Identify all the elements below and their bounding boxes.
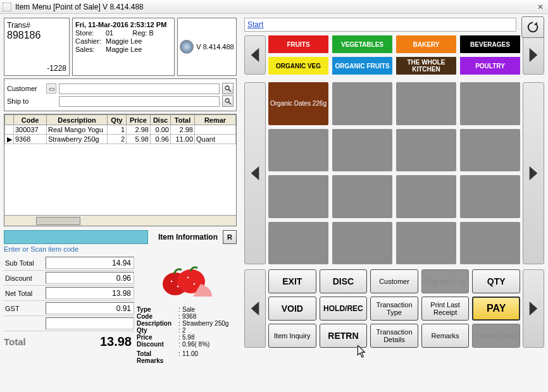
category-prev-button[interactable] [244,35,266,75]
category-organic-veg[interactable]: ORGANIC VEG [268,57,328,75]
breadcrumb-start[interactable]: Start [247,20,263,29]
function-next-button[interactable] [523,269,544,348]
trans-label: Trans# [7,21,66,30]
printlast-button[interactable]: Print Last Receipt [421,297,470,321]
col-qty[interactable]: Qty [108,115,127,125]
sales-label: Sales: [75,46,106,53]
iteminq-button[interactable]: Item Inquiry [268,324,316,348]
category-organic-fruits[interactable]: ORGANIC FRUITS [332,57,392,75]
col-disc[interactable]: Disc [151,115,171,125]
ii-type-label: Type [137,306,178,313]
nettotal-label: Net Total [4,290,46,297]
remarks-button[interactable]: Remarks [421,324,470,348]
svg-line-3 [229,102,232,105]
close-icon[interactable]: ✕ [535,2,545,12]
col-remarks[interactable]: Remar [195,115,236,125]
transaction-box: Trans# 898186 -1228 [4,18,70,76]
col-desc[interactable]: Description [47,115,108,125]
category-next-button[interactable] [523,35,544,75]
svg-point-0 [225,86,229,90]
grid-scrollbar[interactable] [4,215,236,226]
ii-qty: 2 [182,327,186,334]
table-row[interactable]: 300037Real Mango Yogu12.980.002.98 [5,125,236,135]
reg-label: Reg: [132,29,147,37]
product-next-button[interactable] [523,82,544,264]
product-cell [460,175,520,218]
shipto-search-button[interactable] [222,95,234,107]
svg-point-9 [194,283,196,285]
pay-button[interactable]: PAY [472,297,520,321]
customer-button[interactable]: Customer [370,269,418,293]
product-cell [396,82,456,125]
discount-value: 0.96 [46,272,134,284]
void-button[interactable]: VOID [268,297,316,321]
trans-balance: -1228 [47,64,66,73]
product-cell [460,82,520,125]
svg-point-6 [171,281,173,283]
line-items-grid[interactable]: Code Description Qty Price Disc Total Re… [4,114,237,226]
discount-label: Discount [4,274,46,282]
transtype-button[interactable]: Transaction Type [370,297,418,321]
col-code[interactable]: Code [14,115,47,125]
grand-value: 13.98 [46,334,134,349]
svg-point-7 [177,286,179,288]
sales-value: Maggie Lee [106,46,142,53]
product-organic-dates-226g[interactable]: Organic Dates 226g [268,82,328,125]
item-info-heading: Item Information [151,233,220,242]
cashier-label: Cashier: [75,37,106,45]
window-title: Item Menu [Point of Sale] V 8.414.488 [15,3,144,11]
disc-button[interactable]: DISC [320,269,368,293]
subtotal-label: Sub Total [4,259,46,267]
col-price[interactable]: Price [127,115,151,125]
ii-price: 5.98 [182,334,194,341]
ii-type: Sale [182,306,195,313]
retrn-button[interactable]: RETRN [320,324,368,348]
category-vegetables[interactable]: VEGETABLES [332,35,392,53]
product-cell [332,129,392,172]
exit-button[interactable]: EXIT [268,269,316,293]
shipto-input[interactable] [59,96,220,107]
version-text: V 8.414.488 [196,43,234,51]
category-beverages[interactable]: BEVERAGES [460,35,520,53]
refresh-button[interactable] [521,16,544,38]
qty-button[interactable]: QTY [472,269,520,293]
function-prev-button[interactable] [244,269,266,348]
category-bakery[interactable]: BAKERY [396,35,456,53]
globe-icon [180,40,194,54]
svg-point-2 [225,99,229,102]
cancel-button[interactable]: Cancel Items [472,324,520,348]
ii-total-label: Total [137,350,178,357]
grand-label: Total [4,336,46,347]
customer-search-button[interactable] [222,83,234,94]
item-image [155,257,218,305]
app-icon [3,3,11,11]
version-box: V 8.414.488 [177,18,237,76]
shippay-button[interactable]: Ship and Pay [421,269,470,293]
product-cell [332,82,392,125]
category-fruits[interactable]: FRUITS [268,35,328,53]
header-details: Fri, 11-Mar-2016 2:53:12 PM Store:01Reg:… [72,18,175,76]
ii-qty-label: Qty [137,327,178,334]
scan-hint: Enter or Scan item code [4,245,237,254]
col-total[interactable]: Total [171,115,195,125]
customer-label: Customer [7,85,44,92]
ii-total: 11.00 [182,350,198,357]
item-info-panel: Type:Sale Code:9368 Description:Strawber… [137,255,237,364]
holdrec-button[interactable]: HOLD/REC [320,297,368,321]
shipto-label: Ship to [7,97,44,105]
r-button[interactable]: R [223,230,237,244]
product-prev-button[interactable] [244,82,266,264]
product-cell [268,222,328,265]
ii-code-label: Code [137,313,178,320]
scan-input[interactable] [4,230,148,244]
nettotal-value: 13.98 [46,287,134,299]
customer-input[interactable] [59,83,220,94]
reg-value: B [149,29,154,37]
table-row[interactable]: ▶9368Strawberry 250g25.980.9611.00Quant [5,135,236,144]
gst-label: GST [4,305,46,312]
category-the-whole-kitchen[interactable]: THE WHOLE KITCHEN [396,57,456,75]
header-datetime: Fri, 11-Mar-2016 2:53:12 PM [75,21,171,28]
breadcrumb: Start [244,18,516,32]
category-poultry[interactable]: POULTRY [460,57,520,75]
transdet-button[interactable]: Transaction Details [370,324,418,348]
